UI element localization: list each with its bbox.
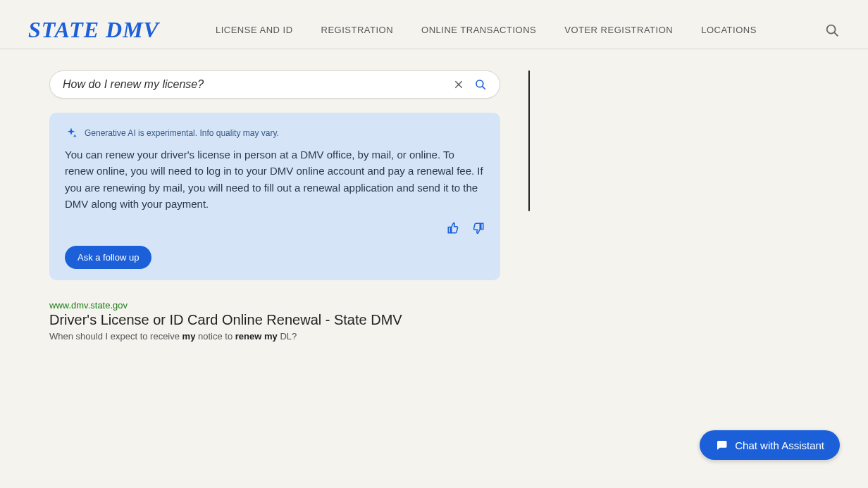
search-input[interactable] <box>63 78 453 91</box>
thumbs-down-icon[interactable] <box>472 222 485 234</box>
nav-online-transactions[interactable]: ONLINE TRANSACTIONS <box>421 25 536 35</box>
result-url[interactable]: www.dmv.state.gov <box>49 300 500 311</box>
header-search-icon[interactable] <box>824 23 840 38</box>
search-icon[interactable] <box>474 78 487 91</box>
chat-with-assistant-button[interactable]: Chat with Assistant <box>700 430 840 460</box>
svg-point-0 <box>827 25 836 33</box>
svg-line-5 <box>483 87 485 89</box>
site-logo[interactable]: STATE DMV <box>28 17 159 43</box>
result-snippet: When should I expect to receive my notic… <box>49 331 500 342</box>
ai-answer-card: Generative AI is experimental. Info qual… <box>49 113 500 280</box>
ai-answer-text: You can renew your driver's license in p… <box>65 146 485 212</box>
svg-point-4 <box>476 80 483 87</box>
site-header: STATE DMV LICENSE AND ID REGISTRATION ON… <box>0 0 868 49</box>
nav-license-and-id[interactable]: LICENSE AND ID <box>216 25 293 35</box>
svg-line-1 <box>834 32 838 36</box>
clear-icon[interactable] <box>453 79 464 90</box>
thumbs-up-icon[interactable] <box>447 222 459 234</box>
ai-disclaimer: Generative AI is experimental. Info qual… <box>85 128 279 138</box>
chat-icon <box>715 439 728 451</box>
nav-voter-registration[interactable]: VOTER REGISTRATION <box>564 25 673 35</box>
chat-button-label: Chat with Assistant <box>735 439 824 451</box>
primary-nav: LICENSE AND ID REGISTRATION ONLINE TRANS… <box>216 25 824 35</box>
search-bar[interactable] <box>49 70 500 99</box>
search-result: www.dmv.state.gov Driver's License or ID… <box>49 300 500 342</box>
sparkle-icon <box>65 127 78 139</box>
scroll-indicator[interactable] <box>528 70 530 211</box>
nav-locations[interactable]: LOCATIONS <box>701 25 757 35</box>
result-title[interactable]: Driver's License or ID Card Online Renew… <box>49 312 500 328</box>
nav-registration[interactable]: REGISTRATION <box>321 25 394 35</box>
main-content: Generative AI is experimental. Info qual… <box>0 49 868 342</box>
ask-followup-button[interactable]: Ask a follow up <box>65 246 151 269</box>
